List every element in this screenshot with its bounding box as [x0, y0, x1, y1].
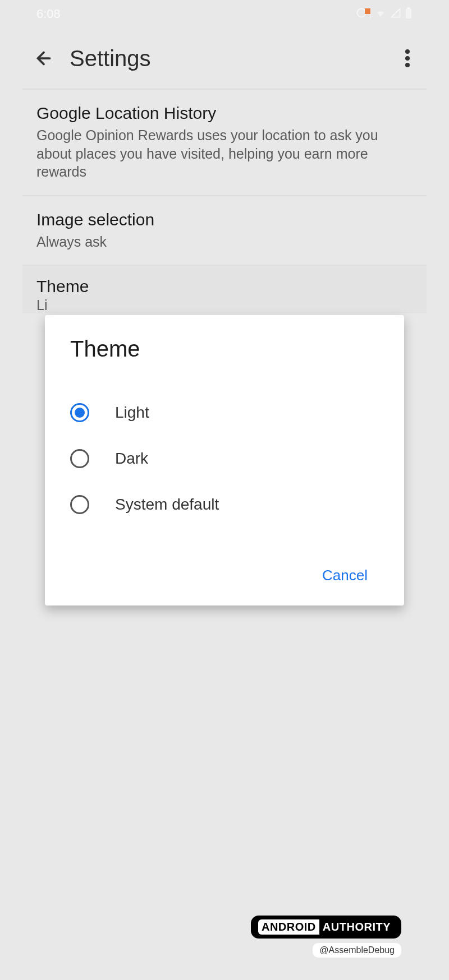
watermark-brand-right: AUTHORITY: [319, 919, 394, 935]
dialog-actions: Cancel: [70, 561, 379, 590]
radio-icon: [70, 403, 89, 422]
app-header: Settings: [22, 28, 427, 90]
watermark-handle: @AssembleDebug: [313, 943, 401, 958]
setting-value: Always ask: [36, 233, 413, 251]
svg-rect-1: [406, 8, 411, 19]
svg-rect-2: [407, 7, 410, 9]
setting-description: Google Opinion Rewards uses your locatio…: [36, 126, 413, 181]
setting-title: Google Location History: [36, 104, 413, 123]
setting-title: Theme: [36, 277, 413, 296]
setting-theme[interactable]: Theme Li: [22, 266, 427, 313]
watermark: ANDROID AUTHORITY @AssembleDebug: [251, 916, 401, 958]
wifi-icon: [374, 8, 387, 20]
setting-image-selection[interactable]: Image selection Always ask: [22, 196, 427, 266]
radio-label: Light: [115, 404, 149, 422]
radio-option-dark[interactable]: Dark: [70, 436, 379, 482]
status-bar: 6:08: [22, 0, 427, 28]
back-arrow-icon[interactable]: [34, 48, 54, 68]
watermark-badge: ANDROID AUTHORITY: [251, 916, 401, 939]
radio-icon: [70, 495, 89, 514]
cancel-button[interactable]: Cancel: [311, 561, 379, 590]
radio-option-system-default[interactable]: System default: [70, 482, 379, 528]
radio-option-light[interactable]: Light: [70, 390, 379, 436]
more-vert-icon[interactable]: [405, 49, 410, 67]
theme-dialog: Theme Light Dark System default Cancel: [45, 315, 404, 605]
radio-label: System default: [115, 496, 219, 514]
setting-value-partial: Li: [36, 297, 413, 313]
signal-icon: [390, 8, 401, 20]
radio-label: Dark: [115, 450, 148, 468]
status-icons: [356, 7, 413, 21]
page-title: Settings: [70, 46, 405, 71]
watermark-brand-left: ANDROID: [258, 919, 319, 935]
battery-icon: [405, 7, 413, 21]
status-time: 6:08: [36, 7, 61, 21]
dialog-title: Theme: [70, 336, 379, 362]
setting-title: Image selection: [36, 210, 413, 229]
radio-icon: [70, 449, 89, 468]
cast-icon: [370, 9, 371, 19]
setting-location-history[interactable]: Google Location History Google Opinion R…: [22, 90, 427, 196]
